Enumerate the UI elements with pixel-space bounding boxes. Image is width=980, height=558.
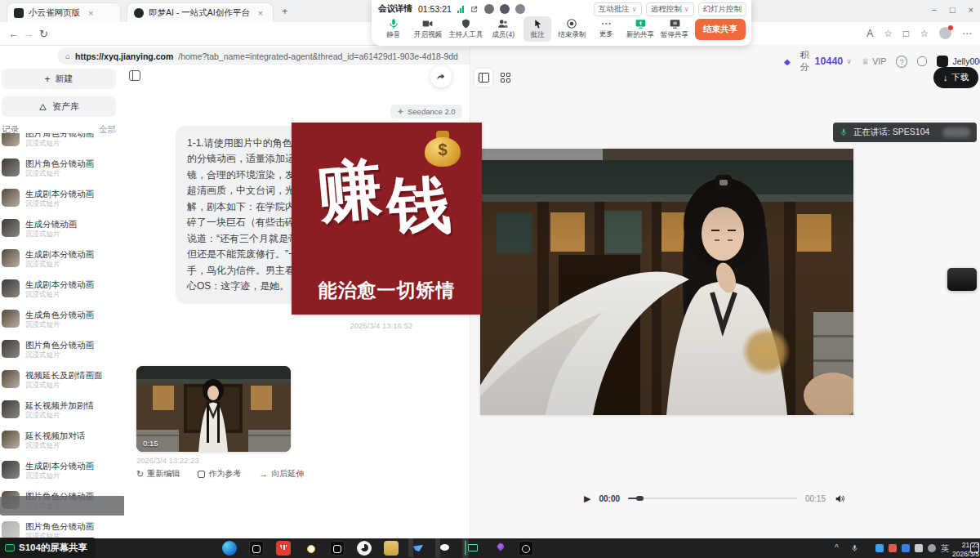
history-item[interactable]: 生成角色分镜动画沉浸式短片: [2, 310, 124, 336]
reaction-icon-3[interactable]: [515, 4, 525, 14]
jimeng-icon[interactable]: [357, 541, 372, 556]
history-item[interactable]: 生成剧本分镜动画沉浸式短片: [2, 249, 124, 275]
extensions-icon[interactable]: □: [903, 28, 909, 39]
reedit-action[interactable]: ↻ 重新编辑: [136, 468, 180, 480]
model-badge: Seedance 2.0: [390, 105, 462, 118]
window-maximize-icon[interactable]: □: [950, 5, 956, 15]
reader-mode-icon[interactable]: A: [866, 28, 873, 39]
volume-icon[interactable]: [834, 493, 845, 504]
mute-button[interactable]: 静音: [380, 18, 408, 40]
popout-icon[interactable]: [470, 5, 479, 14]
new-project-button[interactable]: + 新建: [2, 69, 116, 89]
end-share-button[interactable]: 结束共享: [695, 19, 746, 40]
history-item[interactable]: 图片角色分镜动画沉浸式短片: [2, 521, 124, 538]
extend-action[interactable]: → 向后延伸: [259, 468, 304, 480]
share-screen-icon: [635, 18, 647, 29]
layout-toggle-button[interactable]: [474, 69, 492, 87]
tab-jimeng[interactable]: 即梦AI - 一站式AI创作平台 ×: [127, 2, 274, 22]
new-share-button[interactable]: 新的共享: [626, 18, 654, 40]
refresh-icon[interactable]: ↻: [39, 28, 48, 40]
reference-icon: [198, 471, 205, 478]
tray-display-icon[interactable]: [915, 544, 923, 552]
history-item[interactable]: 生成剧本分镜动画沉浸式短片: [2, 189, 124, 215]
generated-video-thumbnail[interactable]: 0:15: [136, 366, 291, 452]
help-icon[interactable]: ?: [896, 56, 907, 68]
wps-icon[interactable]: [276, 541, 291, 556]
capcut-icon[interactable]: [330, 541, 345, 556]
history-item[interactable]: 生成分镜动画沉浸式短片: [2, 219, 124, 245]
black-app-icon[interactable]: [519, 541, 533, 556]
signal-strength-icon: [457, 6, 464, 13]
tab2-close-icon[interactable]: ×: [258, 8, 263, 18]
file-explorer-icon[interactable]: [384, 541, 399, 556]
forward-icon[interactable]: →: [23, 28, 33, 40]
seek-handle[interactable]: [636, 496, 644, 501]
asset-library-button[interactable]: 资产库: [2, 96, 116, 117]
layout-icon: [479, 73, 489, 83]
tray-icon-2[interactable]: [889, 544, 897, 552]
members-button[interactable]: 成员(4): [489, 18, 517, 40]
history-item[interactable]: 生成剧本分镜动画沉浸式短片: [2, 461, 124, 487]
more-button[interactable]: ⋯ 更多: [592, 19, 620, 39]
history-item[interactable]: 视频延长及剧情画面沉浸式短片: [2, 370, 124, 396]
attached-image[interactable]: $ 赚钱 能治愈一切矫情: [292, 123, 482, 315]
toolbar-icons: A ☆ □ ☆ ⋯: [866, 27, 972, 39]
use-as-reference-action[interactable]: 作为参考: [198, 468, 241, 480]
edge-icon[interactable]: [222, 541, 237, 556]
history-item[interactable]: 延长视频加对话沉浸式短片: [2, 431, 124, 457]
feedback-icon[interactable]: [917, 56, 928, 66]
back-icon[interactable]: ←: [8, 28, 19, 40]
window-close-icon[interactable]: ×: [969, 5, 973, 15]
chip2-caret-icon: ∨: [684, 6, 689, 13]
reaction-icon-2[interactable]: [500, 4, 510, 14]
floating-participant-thumbnail[interactable]: [947, 268, 977, 291]
ime-indicator[interactable]: 英: [941, 543, 950, 555]
camera-button[interactable]: 开启视频: [414, 18, 442, 40]
user-account[interactable]: Jelly0000: [937, 56, 980, 67]
annotate-button[interactable]: 批注: [523, 16, 551, 42]
remote-control-chip[interactable]: 远程控制∨: [646, 2, 694, 16]
meeting-details-label[interactable]: 会议详情: [378, 3, 412, 15]
vip-badge[interactable]: ♕ VIP: [862, 56, 886, 66]
browser-menu-icon[interactable]: ⋯: [962, 28, 972, 39]
credits[interactable]: 积分 10440 ∨: [800, 49, 852, 74]
seek-bar[interactable]: [628, 498, 797, 499]
stop-record-button[interactable]: 结束录制: [558, 18, 586, 40]
video-duration: 0:15: [143, 439, 158, 448]
main-video-frame[interactable]: [480, 149, 853, 415]
history-item[interactable]: 图片角色分镜动画沉浸式短片: [2, 158, 124, 185]
host-tools-button[interactable]: 主持人工具: [448, 18, 483, 40]
jianying-icon[interactable]: [249, 541, 264, 556]
history-item-selected[interactable]: 图片角色分镜动画沉浸式短片: [2, 491, 124, 517]
model-icon: [397, 108, 404, 115]
history-item[interactable]: 图片角色分镜动画沉浸式短片: [2, 133, 124, 154]
new-tab-button[interactable]: +: [282, 5, 288, 17]
tray-expand-icon[interactable]: ^: [835, 543, 839, 552]
share-chat-button[interactable]: [430, 66, 452, 87]
tray-icon-1[interactable]: [875, 544, 884, 552]
sidebar: + 新建 资产库 记录 全部 图片角色分镜动画沉浸式短片 图片角色分镜动画沉浸式…: [0, 45, 124, 538]
play-button[interactable]: ▶: [584, 493, 590, 504]
reaction-icon-1[interactable]: [484, 4, 494, 14]
collapse-sidebar-icon[interactable]: [129, 70, 140, 81]
credits-label: 积分: [800, 49, 812, 74]
slides-control-chip[interactable]: 幻灯片控制: [698, 2, 747, 16]
screen-share-app-icon[interactable]: [465, 540, 466, 556]
interactive-annotation-chip[interactable]: 互动批注∨: [594, 2, 642, 16]
tray-icon-3[interactable]: [902, 544, 910, 552]
notification-center-icon[interactable]: [970, 542, 979, 553]
tab1-close-icon[interactable]: ×: [88, 8, 93, 18]
history-item[interactable]: 生成剧本分镜动画沉浸式短片: [2, 279, 124, 306]
history-item[interactable]: 延长视频并加剧情沉浸式短片: [2, 400, 124, 426]
favorite-star-icon[interactable]: ☆: [884, 28, 893, 39]
tray-mic-icon[interactable]: [851, 543, 858, 553]
browser-profile-avatar[interactable]: [939, 27, 951, 39]
history-item[interactable]: 图片角色分镜动画沉浸式短片: [2, 340, 124, 366]
collections-icon[interactable]: ☆: [920, 28, 929, 39]
pause-share-button[interactable]: 暂停共享: [661, 18, 688, 40]
window-minimize-icon[interactable]: −: [931, 5, 936, 15]
tray-volume-icon[interactable]: [928, 544, 936, 552]
screen: 小云雀网页版 × 即梦AI - 一站式AI创作平台 × + − □ × ← → …: [0, 0, 980, 558]
grid-view-button[interactable]: [501, 73, 510, 83]
tab-xiaoyunque[interactable]: 小云雀网页版 ×: [7, 2, 121, 22]
